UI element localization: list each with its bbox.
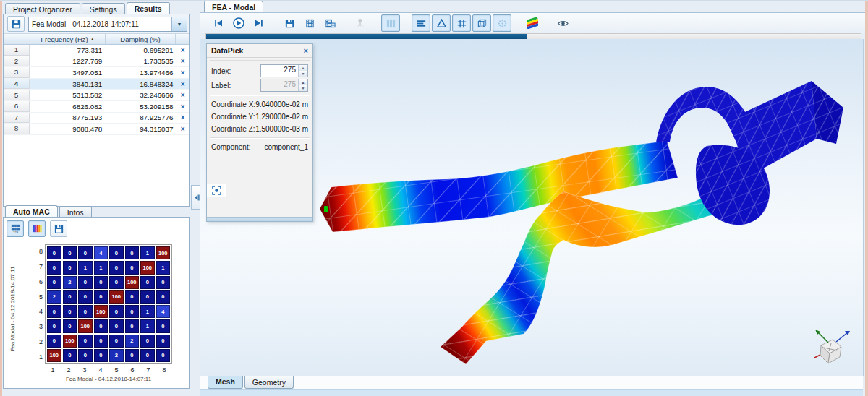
mac-x-tick: 3 <box>82 366 86 374</box>
colormap-button[interactable] <box>523 14 542 32</box>
results-row[interactable]: 33497.05113.974466× <box>4 67 189 79</box>
datapick-tool-tab[interactable] <box>206 184 226 197</box>
results-row[interactable]: 78775.19387.925776× <box>4 113 189 124</box>
delete-row-button[interactable]: × <box>176 79 189 90</box>
delete-row-button[interactable]: × <box>176 56 189 67</box>
visibility-eye-button[interactable] <box>553 14 572 32</box>
status-strip <box>200 389 863 396</box>
coordinate-x-value: 9.040000e-02 m <box>255 100 308 108</box>
mac-cell: 0 <box>109 319 124 332</box>
frequency-cell: 5313.582 <box>30 90 106 100</box>
results-row[interactable]: 21227.7691.733535× <box>4 56 189 68</box>
mac-colormap-bars-button[interactable] <box>28 220 46 237</box>
coordinate-x-label: Coordinate X: <box>211 100 255 108</box>
delete-row-button[interactable]: × <box>176 45 189 56</box>
mesh-grid-button[interactable] <box>452 14 471 32</box>
picked-node-marker[interactable] <box>324 206 328 212</box>
play-button[interactable] <box>229 14 248 32</box>
mac-cell: 0 <box>109 276 124 289</box>
row-index-cell[interactable]: 5 <box>4 90 30 100</box>
mac-cell: 0 <box>63 349 77 362</box>
mac-x-tick: 1 <box>51 366 54 374</box>
mac-cell: 100 <box>47 349 61 362</box>
node-cloud-icon <box>497 18 508 29</box>
viewer-toolbar: 123 <box>200 12 865 33</box>
row-index-cell[interactable]: 4 <box>4 79 30 90</box>
row-index-cell[interactable]: 6 <box>4 101 30 112</box>
mac-x-tick: 6 <box>130 366 134 374</box>
row-index-cell[interactable]: 8 <box>4 124 30 134</box>
mac-cell: 0 <box>47 261 61 274</box>
frequency-cell: 8775.193 <box>30 113 106 124</box>
mac-cell: 4 <box>156 305 171 318</box>
datapick-titlebar[interactable]: DataPick × <box>207 44 312 58</box>
spin-down-icon[interactable]: ▼ <box>299 71 307 77</box>
tab-mesh[interactable]: Mesh <box>208 376 243 389</box>
delete-row-button[interactable]: × <box>176 113 189 124</box>
delete-row-button[interactable]: × <box>176 124 189 134</box>
element-triangles-button[interactable] <box>432 14 451 32</box>
mac-save-button[interactable] <box>50 220 67 237</box>
component-label: Component: <box>211 143 264 151</box>
results-row[interactable]: 55313.58232.246666× <box>4 90 189 101</box>
bounding-box-button[interactable] <box>472 14 491 32</box>
mac-values-123-button[interactable]: 123 <box>7 220 24 237</box>
delete-row-button[interactable]: × <box>176 90 189 100</box>
damping-cell: 16.848324 <box>106 79 176 90</box>
colormap-bars-icon <box>32 223 43 234</box>
results-row[interactable]: 1773.3110.695291× <box>4 45 189 56</box>
collapse-left-button[interactable] <box>191 185 201 210</box>
mac-heatmap-grid: 0004001100001100100102000100002000100000… <box>47 246 170 362</box>
tab-geometry[interactable]: Geometry <box>244 376 294 389</box>
results-table-header: Frequency (Hz) ▲ Damping (%) <box>4 34 189 45</box>
mac-cell: 0 <box>94 335 109 348</box>
save-button[interactable] <box>280 14 299 32</box>
component-value: component_1 <box>264 143 308 151</box>
save-icon <box>11 19 22 30</box>
row-index-cell[interactable]: 3 <box>4 67 30 78</box>
mac-cell: 0 <box>140 335 155 348</box>
mac-cell: 0 <box>47 305 61 318</box>
delete-row-button[interactable]: × <box>176 67 189 78</box>
skip-start-button[interactable] <box>209 14 228 32</box>
film-button[interactable] <box>300 14 319 32</box>
viewport-bottom-tabs: Mesh Geometry <box>208 376 294 389</box>
column-header-frequency[interactable]: Frequency (Hz) ▲ <box>30 34 106 44</box>
results-row[interactable]: 43840.13116.848324× <box>4 79 189 90</box>
delete-row-button[interactable]: × <box>176 101 189 112</box>
panel-splitter[interactable] <box>190 1 200 396</box>
auto-mac-section: 123 Fea Modal - 04.12.2018-14:07:11 8765… <box>3 217 190 389</box>
results-row[interactable]: 89088.47894.315037× <box>4 124 189 135</box>
mac-cell: 0 <box>109 246 124 259</box>
row-index-cell[interactable]: 1 <box>4 45 30 56</box>
save-results-button[interactable] <box>7 16 25 32</box>
mac-cell: 0 <box>63 290 77 304</box>
column-header-frequency-label: Frequency (Hz) <box>41 35 88 43</box>
mac-cell: 2 <box>109 349 124 362</box>
edge-lines-button[interactable] <box>412 14 430 32</box>
spin-up-icon[interactable]: ▲ <box>299 65 307 71</box>
dataset-dropdown[interactable]: Fea Modal - 04.12.2018-14:07:11 ▼ <box>28 17 187 32</box>
chevron-down-icon[interactable]: ▼ <box>171 17 187 31</box>
results-row[interactable]: 66826.08253.209158× <box>4 101 189 113</box>
row-index-cell[interactable]: 7 <box>4 113 30 124</box>
mac-cell: 0 <box>94 290 109 304</box>
mac-x-tick: 8 <box>162 366 166 374</box>
row-index-cell[interactable]: 2 <box>4 56 30 67</box>
close-icon[interactable]: × <box>304 46 308 55</box>
skip-end-icon <box>253 17 265 29</box>
column-header-damping[interactable]: Damping (%) <box>106 34 176 44</box>
film-grid-button[interactable] <box>320 14 339 32</box>
column-header-delete <box>176 34 188 44</box>
mac-y-tick: 1 <box>39 353 43 361</box>
skip-end-button[interactable] <box>250 14 268 32</box>
node-grid-button[interactable] <box>381 14 400 32</box>
mac-cell: 0 <box>156 349 171 362</box>
mac-cell: 0 <box>47 319 61 332</box>
index-spinner[interactable]: 275 ▲▼ <box>260 64 308 77</box>
column-header-index[interactable] <box>4 34 30 44</box>
damping-cell: 53.209158 <box>106 101 176 112</box>
mac-heatmap: 0004001100001100100102000100002000100000… <box>45 244 172 364</box>
coordinate-y-row: Coordinate Y: 1.290000e-02 m <box>207 111 312 123</box>
node-cloud-button[interactable] <box>493 14 511 32</box>
